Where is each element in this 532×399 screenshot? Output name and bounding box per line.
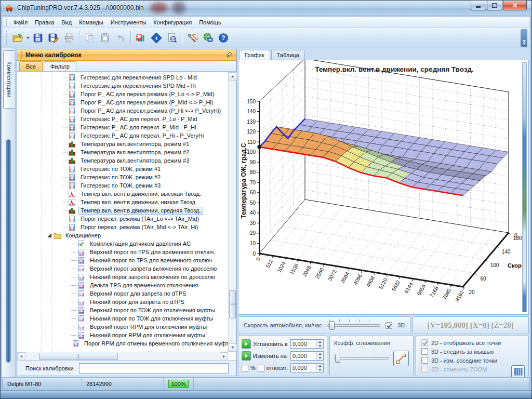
tree-item[interactable]: 1.2Гистерезис по ТОЖ, режим #1 — [17, 165, 228, 173]
spin-down-button[interactable] — [317, 344, 323, 349]
panel-header[interactable]: Меню калибровок — [17, 49, 236, 61]
tree-item[interactable]: Температура вкл.вентилятора, режим #2 — [17, 148, 228, 156]
tree-item[interactable]: 1.2Порог P_ AC для перекл.режима (P_Lo <… — [17, 90, 228, 98]
tree-item[interactable]: 1.2Нижний порог для запрета по dTPS — [17, 298, 228, 306]
toolbar-overflow-button[interactable] — [521, 29, 527, 47]
print-preview-button[interactable]: 110 — [164, 30, 180, 46]
spin-down-button[interactable] — [317, 368, 323, 373]
copy-button[interactable] — [82, 30, 97, 46]
expand-triangle-icon[interactable] — [47, 233, 51, 237]
set-to-button[interactable] — [242, 339, 251, 349]
pin-icon[interactable] — [225, 51, 233, 59]
tree-item[interactable]: 1.2Гистерезис по ТОЖ, режим #2 — [17, 173, 228, 181]
menu-item[interactable]: Файл — [10, 18, 31, 27]
tools-button[interactable] — [184, 30, 200, 46]
dock-splitter-handle[interactable] — [6, 139, 11, 363]
slider-track[interactable] — [334, 357, 389, 360]
title-bar[interactable]: ChipTuningPRO ver.7.4.3.925 - A0000000.b… — [1, 1, 531, 16]
panel-grip-handle[interactable] — [20, 50, 23, 59]
tree-item[interactable]: 1.2Верхний порог запрета включения по др… — [17, 264, 228, 273]
save-as-button[interactable] — [46, 30, 61, 46]
scroll-left-button[interactable] — [17, 352, 25, 361]
chart-area[interactable]: Темпер.вкл. вент.в движении, средняя Тво… — [238, 60, 529, 315]
open-file-dropdown[interactable] — [25, 30, 30, 46]
help-button[interactable]: ? — [216, 30, 231, 46]
tree-item[interactable]: 1.2Верхний порог RPM для отключения муфт… — [17, 323, 228, 331]
slider-thumb[interactable] — [329, 321, 335, 330]
tree-item[interactable]: 1.2Гистерезис P_ AC для перекл. P_Mid - … — [17, 123, 228, 131]
chart-zoom-button[interactable] — [133, 30, 149, 46]
maximize-button[interactable] — [487, 1, 502, 10]
tree-item[interactable]: 1.2Гистерезис по ТОЖ, режим #3 — [17, 181, 228, 190]
tree-item[interactable]: 1.2Верхний порог по ТОЖ для отключения м… — [17, 306, 228, 314]
menu-item[interactable]: Помощь — [195, 18, 225, 27]
tree-item[interactable]: 1.2Гистерезис для переключения SPD Mid -… — [17, 82, 228, 90]
tree-item[interactable]: Температура вкл.вентилятора, режим #1 — [17, 140, 228, 148]
undo-button[interactable] — [113, 30, 128, 46]
print-button[interactable] — [61, 30, 77, 46]
slider-thumb[interactable] — [335, 354, 340, 363]
set-to-value[interactable]: 0,000 — [291, 340, 316, 348]
relative-checkbox[interactable] — [258, 365, 264, 371]
paste-button[interactable] — [97, 30, 113, 46]
tree-item[interactable]: 1.2Порог перекл. режима (TAir_Lo <-> TAi… — [17, 215, 228, 223]
3d-checkbox[interactable] — [385, 322, 392, 329]
tree-item[interactable]: 1.2Порог P_ AC для перекл.режима (P_Mid … — [17, 98, 228, 107]
relative-value[interactable]: 0,000 — [291, 364, 316, 372]
percent-checkbox[interactable] — [242, 365, 248, 371]
tab-graph[interactable]: График — [239, 50, 270, 60]
speed-slider[interactable] — [327, 320, 380, 331]
tree-item[interactable]: 1.2Нижний порог по TPS для временного от… — [17, 256, 228, 264]
tree-item[interactable]: 1.2Дельта TPS для временного отключения — [17, 281, 228, 289]
menu-item[interactable]: Вид — [58, 18, 75, 27]
menu-grip-handle[interactable] — [5, 18, 8, 26]
open-file-button[interactable] — [10, 30, 25, 46]
menu-item[interactable]: Правка — [31, 18, 58, 27]
search-input[interactable] — [79, 363, 229, 374]
slider-track[interactable] — [327, 324, 380, 327]
option-checkbox[interactable] — [421, 348, 428, 355]
relative-spinner[interactable]: 0,000 — [290, 363, 324, 373]
scroll-thumb[interactable] — [229, 290, 236, 318]
tree-item[interactable]: 1.2Верхний порог для запрета по dTPS — [17, 289, 228, 298]
tab-filter[interactable]: Фильтр — [44, 61, 76, 71]
tree-item[interactable]: Комплектация датчиком давления AC — [17, 240, 228, 248]
tab-comments[interactable]: Комментарии — [3, 50, 15, 109]
tree-horizontal-scrollbar[interactable] — [17, 352, 228, 360]
change-by-spinner[interactable]: 0,000 — [290, 351, 324, 361]
tree-item[interactable]: 1.2Верхний порог по TPS для временного о… — [17, 248, 228, 256]
scroll-up-button[interactable] — [229, 72, 237, 81]
tree-item[interactable]: 1.2Гистерезис P_ AC для перекл. P_Lo - P… — [17, 115, 228, 123]
tree-item[interactable]: 1.2Нижний порог RPM для отключения муфты — [17, 331, 228, 339]
info-button[interactable]: i — [149, 30, 164, 46]
tab-all[interactable]: Все — [19, 61, 43, 71]
spin-up-button[interactable] — [317, 364, 323, 368]
scroll-down-button[interactable] — [229, 343, 237, 352]
tree-item[interactable]: 1.2Порог RPM для отмены временного отклю… — [17, 339, 228, 348]
tree-item[interactable]: 1.2Гистерезис для переключения SPD Lo - … — [17, 73, 228, 82]
menu-item[interactable]: Команды — [75, 18, 107, 27]
tab-table[interactable]: Таблица — [271, 50, 305, 60]
spin-up-button[interactable] — [317, 340, 323, 344]
scroll-thumb[interactable] — [39, 353, 118, 360]
menu-item[interactable]: Инструменты — [107, 18, 150, 27]
set-to-spinner[interactable]: 0,000 — [290, 339, 324, 349]
tree-item[interactable]: 1.2Порог P_ AC для перекл.режима (P_Hi <… — [17, 107, 228, 115]
tree-item[interactable]: 1.2Нижний порог запрета включения по дро… — [17, 273, 228, 281]
smoothing-slider[interactable] — [334, 352, 389, 364]
spin-down-button[interactable] — [317, 356, 323, 361]
tree-folder[interactable]: Кондиционер — [17, 231, 228, 240]
tree-item[interactable]: 1.2Порог перекл. режима (TAir_Mid <-> TA… — [17, 223, 228, 231]
menu-item[interactable]: Конфигурация — [150, 18, 195, 27]
tree-vertical-scrollbar[interactable] — [228, 72, 236, 352]
option-checkbox[interactable] — [421, 357, 428, 364]
interpolate-button[interactable] — [393, 351, 409, 366]
spin-up-button[interactable] — [317, 352, 323, 356]
table-grid-button[interactable] — [511, 365, 525, 378]
change-by-button[interactable] — [242, 351, 251, 361]
change-by-value[interactable]: 0,000 — [291, 352, 316, 360]
close-button[interactable] — [503, 1, 527, 10]
tree-item[interactable]: 1.2Нижний порог по ТОЖ для отключения му… — [17, 314, 228, 323]
toolbar-grip-handle[interactable] — [5, 30, 8, 46]
surface-chart[interactable]: Темпер.вкл. вент.в движении, средняя Тво… — [238, 60, 522, 314]
